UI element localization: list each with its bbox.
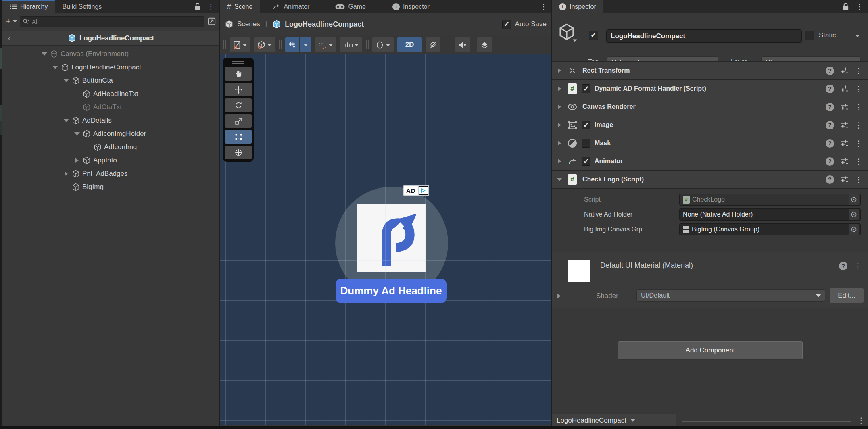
tree-item-canvas-environment[interactable]: Canvas (Environment): [2, 47, 219, 60]
help-icon[interactable]: [826, 121, 834, 129]
object-picker-icon[interactable]: [849, 194, 859, 205]
component-kebab-icon[interactable]: [854, 84, 863, 94]
expander-closed-icon[interactable]: [558, 86, 561, 91]
scale-tool-button[interactable]: [225, 114, 252, 128]
preview-resize-handle[interactable]: [682, 419, 851, 422]
window-picker-icon[interactable]: [207, 17, 216, 26]
active-checkbox[interactable]: [589, 31, 598, 40]
tree-item-buttoncta[interactable]: ButtonCta: [2, 74, 219, 87]
inspector-menu-kebab-icon[interactable]: [855, 2, 864, 11]
presets-icon[interactable]: [840, 67, 848, 74]
expander-closed-icon[interactable]: [558, 141, 561, 146]
component-kebab-icon[interactable]: [854, 139, 863, 148]
snap-toggle-button[interactable]: [315, 37, 336, 52]
component-image[interactable]: Image: [552, 116, 868, 134]
expander-closed-icon[interactable]: [558, 68, 561, 73]
prefab-breadcrumb-title[interactable]: LogoHeadlineCompact: [2, 34, 219, 42]
tab-inspector-middle[interactable]: i Inspector: [385, 0, 437, 13]
tab-build-settings[interactable]: Build Settings: [55, 0, 109, 13]
component-canvas-renderer[interactable]: Canvas Renderer: [552, 98, 868, 116]
object-picker-icon[interactable]: [849, 209, 859, 220]
snap-increment-button[interactable]: [340, 37, 362, 52]
expander-open-icon[interactable]: [74, 132, 80, 135]
tree-item-adiconimg[interactable]: AdIconImg: [2, 140, 219, 154]
material-expander-icon[interactable]: [557, 294, 561, 298]
camera-gizmo-button[interactable]: [372, 37, 394, 52]
help-icon[interactable]: [826, 139, 834, 148]
preview-object-selector[interactable]: LogoHeadlineCompact: [552, 414, 676, 426]
expander-closed-icon[interactable]: [65, 171, 68, 176]
native-ad-holder-object-field[interactable]: None (Native Ad Holder): [679, 208, 861, 221]
hierarchy-menu-kebab-icon[interactable]: [207, 2, 215, 11]
pivot-orientation-button[interactable]: [254, 37, 275, 52]
tree-item-bigimg[interactable]: BigImg: [2, 180, 219, 194]
tree-item-adiconimgholder[interactable]: AdIconImgHolder: [2, 127, 219, 140]
pivot-mode-button[interactable]: [230, 37, 250, 52]
lock-closed-icon[interactable]: [842, 2, 849, 11]
scene-lighting-button[interactable]: [426, 37, 440, 52]
grid-visibility-button[interactable]: [285, 37, 299, 52]
expander-closed-icon[interactable]: [558, 104, 561, 109]
presets-icon[interactable]: [840, 176, 848, 183]
auto-save-checkbox[interactable]: [502, 20, 511, 29]
breadcrumb-scenes[interactable]: Scenes: [237, 20, 260, 28]
component-kebab-icon[interactable]: [854, 66, 863, 75]
add-component-button[interactable]: Add Component: [618, 341, 803, 360]
audio-toggle-button[interactable]: [455, 37, 470, 52]
component-enabled-checkbox[interactable]: [582, 121, 590, 129]
static-flags-dropdown-icon[interactable]: [855, 35, 860, 37]
presets-icon[interactable]: [840, 158, 848, 165]
breadcrumb-object[interactable]: LogoHeadlineCompact: [285, 20, 364, 29]
expander-closed-icon[interactable]: [558, 123, 561, 127]
tree-item-adctatxt[interactable]: AdCtaTxt: [2, 100, 219, 114]
expander-open-icon[interactable]: [557, 178, 562, 181]
tree-item-adheadlinetxt[interactable]: AdHeadlineTxt: [2, 87, 219, 100]
expander-open-icon[interactable]: [63, 119, 69, 122]
effects-toggle-button[interactable]: [477, 37, 492, 52]
script-object-field[interactable]: CheckLogo: [679, 194, 861, 206]
component-dynamic-ad-format-handler[interactable]: Dynamic AD Format Handler (Script): [552, 79, 868, 98]
hand-tool-button[interactable]: [225, 67, 252, 81]
help-icon[interactable]: [826, 175, 834, 184]
tree-item-logoheadlinecompact[interactable]: LogoHeadlineCompact: [2, 60, 219, 74]
create-object-button[interactable]: +: [6, 16, 17, 27]
tab-inspector[interactable]: i Inspector: [552, 0, 603, 13]
search-input[interactable]: [32, 18, 202, 25]
move-tool-button[interactable]: [225, 83, 252, 96]
back-chevron-icon[interactable]: ‹: [2, 33, 16, 43]
component-enabled-checkbox[interactable]: [582, 157, 590, 166]
toolbar-drag-handle[interactable]: [223, 40, 226, 49]
expander-open-icon[interactable]: [63, 79, 69, 82]
expander-closed-icon[interactable]: [75, 158, 79, 163]
shader-dropdown[interactable]: UI/Default: [636, 289, 825, 302]
transform-tool-button[interactable]: [225, 146, 252, 159]
component-kebab-icon[interactable]: [854, 121, 863, 130]
tree-item-pnl-adbadges[interactable]: Pnl_AdBadges: [2, 167, 219, 180]
hierarchy-search-box[interactable]: [20, 16, 204, 27]
material-kebab-icon[interactable]: [853, 261, 862, 271]
presets-icon[interactable]: [840, 103, 848, 110]
gameobject-name-input[interactable]: [606, 29, 802, 43]
component-kebab-icon[interactable]: [854, 102, 863, 112]
component-enabled-checkbox[interactable]: [582, 84, 590, 93]
tab-game[interactable]: Game: [328, 0, 373, 13]
preview-kebab-icon[interactable]: [857, 416, 866, 425]
scene-menu-kebab-icon[interactable]: [539, 2, 548, 11]
lock-open-icon[interactable]: [194, 2, 202, 11]
big-img-canvas-grp-object-field[interactable]: BigImg (Canvas Group): [679, 223, 861, 235]
help-icon[interactable]: [826, 103, 834, 111]
tab-animator[interactable]: Animator: [265, 0, 317, 13]
static-checkbox[interactable]: [805, 31, 814, 40]
component-rect-transform[interactable]: Rect Transform: [552, 61, 868, 79]
help-icon[interactable]: [839, 262, 847, 270]
component-kebab-icon[interactable]: [854, 175, 863, 184]
component-kebab-icon[interactable]: [854, 157, 863, 166]
rotate-tool-button[interactable]: [225, 98, 252, 112]
help-icon[interactable]: [826, 85, 834, 93]
help-icon[interactable]: [826, 157, 834, 166]
gameobject-cube-icon[interactable]: [558, 23, 576, 41]
expander-open-icon[interactable]: [52, 66, 58, 69]
grid-visibility-dropdown[interactable]: [300, 37, 311, 52]
shader-edit-button[interactable]: Edit...: [829, 288, 864, 303]
tab-hierarchy[interactable]: Hierarchy: [2, 0, 55, 13]
